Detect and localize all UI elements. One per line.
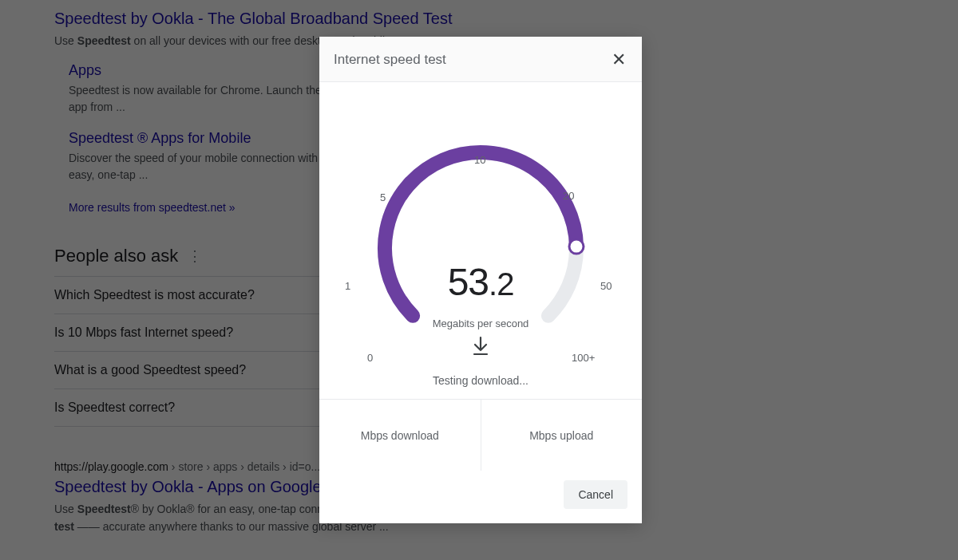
download-icon (319, 336, 642, 360)
gauge-tick-20: 20 (563, 190, 574, 202)
speed-unit-label: Megabits per second (319, 317, 642, 329)
download-result-cell: Mbps download (319, 400, 481, 471)
cancel-button[interactable]: Cancel (564, 480, 627, 509)
speed-value: 53.2 (319, 260, 642, 304)
modal-header: Internet speed test ✕ (319, 37, 642, 82)
modal-footer: Cancel (319, 471, 642, 523)
gauge-area: 0 1 5 10 20 50 100+ 53.2 Megabits per se… (319, 82, 642, 399)
upload-result-cell: Mbps upload (481, 400, 643, 471)
close-icon[interactable]: ✕ (608, 49, 629, 70)
status-text: Testing download... (319, 374, 642, 387)
svg-point-0 (569, 239, 584, 254)
gauge-tick-10: 10 (474, 154, 485, 166)
modal-title: Internet speed test (334, 52, 446, 68)
speed-test-modal: Internet speed test ✕ 0 1 5 10 20 50 100… (319, 37, 642, 523)
results-row: Mbps download Mbps upload (319, 399, 642, 471)
gauge-tick-5: 5 (380, 191, 386, 203)
gauge-chart (353, 105, 608, 344)
